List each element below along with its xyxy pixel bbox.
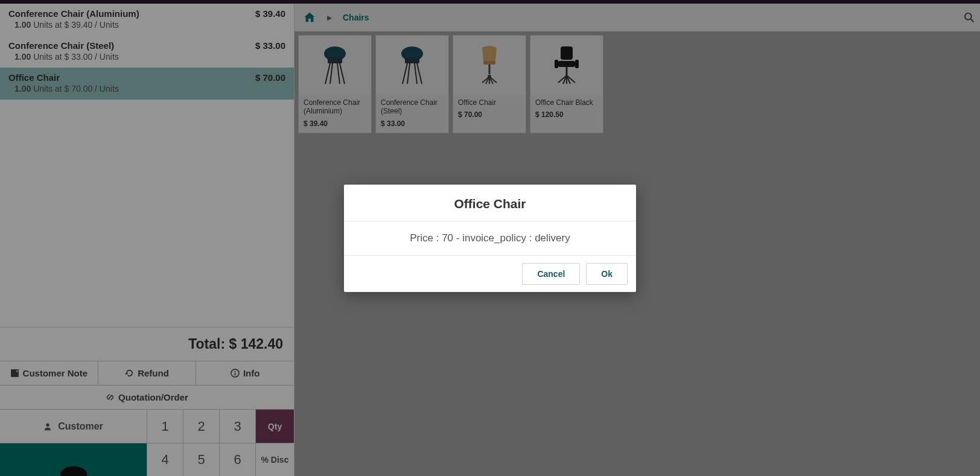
modal-overlay[interactable]: Office Chair Price : 70 - invoice_policy… — [0, 0, 980, 476]
product-info-modal: Office Chair Price : 70 - invoice_policy… — [344, 185, 636, 292]
modal-body: Price : 70 - invoice_policy : delivery — [344, 221, 636, 256]
cancel-button[interactable]: Cancel — [522, 263, 580, 285]
ok-button[interactable]: Ok — [586, 263, 628, 285]
modal-title: Office Chair — [356, 197, 624, 211]
